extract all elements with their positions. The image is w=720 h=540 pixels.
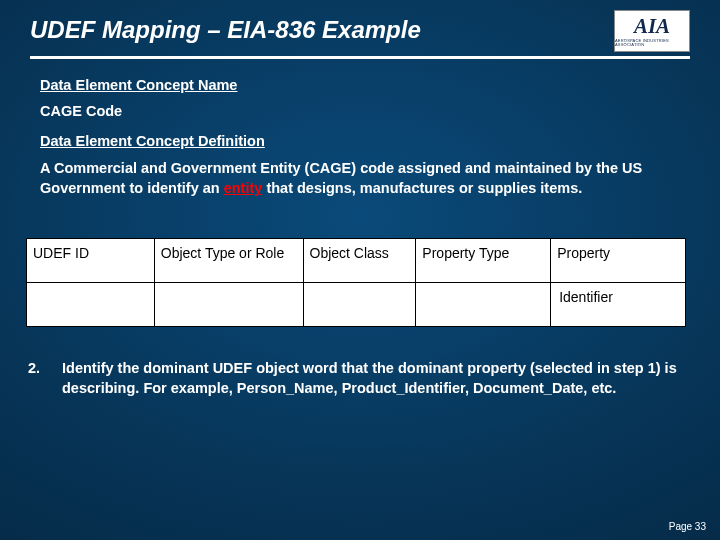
td-object-type: [154, 283, 303, 327]
udef-table: UDEF ID Object Type or Role Object Class…: [26, 238, 686, 327]
content-block: Data Element Concept Name CAGE Code Data…: [0, 59, 720, 198]
definition-text: A Commercial and Government Entity (CAGE…: [40, 159, 680, 198]
td-property-type: [416, 283, 551, 327]
page-number: Page 33: [669, 521, 706, 532]
td-udef-id: [27, 283, 155, 327]
logo-subtext: AEROSPACE INDUSTRIES ASSOCIATION: [615, 39, 689, 47]
step-number: 2.: [28, 359, 62, 398]
step-text: Identify the dominant UDEF object word t…: [62, 359, 680, 398]
def-post: that designs, manufactures or supplies i…: [262, 180, 582, 196]
th-udef-id: UDEF ID: [27, 239, 155, 283]
logo-text: AIA: [634, 16, 670, 37]
th-property: Property: [551, 239, 686, 283]
td-property: Identifier: [551, 283, 686, 327]
def-highlight: entity: [224, 180, 263, 196]
logo: AIA AEROSPACE INDUSTRIES ASSOCIATION: [614, 10, 690, 52]
table-header-row: UDEF ID Object Type or Role Object Class…: [27, 239, 686, 283]
page-title: UDEF Mapping – EIA-836 Example: [30, 10, 421, 44]
th-object-type: Object Type or Role: [154, 239, 303, 283]
th-property-type: Property Type: [416, 239, 551, 283]
table-row: Identifier: [27, 283, 686, 327]
label-concept-name: Data Element Concept Name: [40, 77, 680, 93]
td-object-class: [303, 283, 416, 327]
value-cage-code: CAGE Code: [40, 103, 680, 119]
title-bar: UDEF Mapping – EIA-836 Example AIA AEROS…: [0, 0, 720, 52]
th-object-class: Object Class: [303, 239, 416, 283]
step-block: 2. Identify the dominant UDEF object wor…: [0, 327, 720, 398]
label-concept-def: Data Element Concept Definition: [40, 133, 680, 149]
